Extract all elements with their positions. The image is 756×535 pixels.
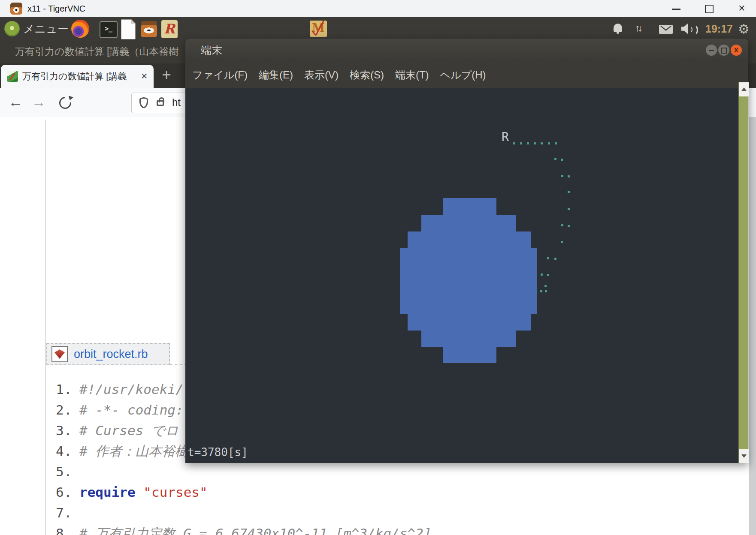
settings-gear-icon[interactable]: ⚙ <box>738 17 750 41</box>
menu-view[interactable]: 表示(V) <box>304 68 339 82</box>
vnc-maximize-button[interactable] <box>699 0 719 17</box>
code-text: # 作者：山本裕樹 <box>79 441 188 461</box>
mew-mail-icon[interactable]: M <box>310 21 327 37</box>
code-line: 7. <box>0 502 756 523</box>
terminal-menubar: ファイル(F) 編集(E) 表示(V) 検索(S) 端末(T) ヘルプ(H) <box>185 62 748 88</box>
vnc-minimize-button[interactable] <box>666 0 686 17</box>
tab-favicon-icon <box>7 71 18 82</box>
code-text: #!/usr/koeki/ <box>79 379 184 400</box>
trajectory-dot <box>568 208 570 210</box>
vnc-close-button[interactable]: × <box>732 0 752 17</box>
menu-terminal[interactable]: 端末(T) <box>395 68 429 82</box>
line-number: 3. <box>56 420 72 441</box>
line-number: 1. <box>56 379 72 400</box>
clock[interactable]: 19:17 <box>705 17 733 41</box>
trajectory-dot <box>568 225 570 227</box>
planet-row <box>400 248 537 314</box>
code-line: 8. # 万有引力定数 G = 6.67430x10^-11 [m^3/kg/s… <box>0 523 756 535</box>
tigervnc-tray-icon[interactable] <box>141 21 157 37</box>
trajectory-dot <box>548 142 550 144</box>
terminal-minimize-button[interactable] <box>706 45 717 56</box>
terminal-scrollbar[interactable] <box>738 82 748 463</box>
trajectory-dot <box>568 191 570 193</box>
simulation-time-status: t=3780[s] <box>187 446 248 459</box>
code-text: # -*- coding: <box>79 400 184 420</box>
code-block-border <box>170 364 187 365</box>
line-number: 8. <box>56 523 72 535</box>
trajectory-dot <box>555 142 557 144</box>
reload-button[interactable] <box>56 93 75 112</box>
scrollbar-down-arrow-icon[interactable] <box>739 449 749 463</box>
rocket-marker: R <box>502 130 509 144</box>
code-text: # Curses でロ <box>79 420 178 441</box>
menu-help[interactable]: ヘルプ(H) <box>440 68 486 82</box>
browser-tab[interactable]: 万有引力の数値計算 [講義 × <box>1 65 154 88</box>
applications-menu-icon[interactable] <box>4 21 20 36</box>
back-button[interactable]: ← <box>6 93 25 112</box>
code-line: 6. require "curses" <box>0 482 756 502</box>
string-curses: "curses" <box>143 484 207 500</box>
planet-row <box>421 215 516 231</box>
vnc-window-title: x11 - TigerVNC <box>27 0 85 17</box>
line-number: 4. <box>56 441 72 461</box>
terminal-launcher-icon[interactable]: >_ <box>100 21 118 38</box>
planet-row <box>443 198 496 215</box>
menu-search[interactable]: 検索(S) <box>350 68 384 82</box>
trajectory-dot <box>561 159 563 161</box>
line-number: 2. <box>56 400 72 420</box>
terminal-screen[interactable]: R t=3780[s] <box>185 88 748 463</box>
trajectory-dot <box>540 290 542 292</box>
planet-row <box>408 314 531 331</box>
firefox-window-title: 万有引力の数値計算 [講義（山本裕樹 <box>15 41 178 63</box>
tab-close-button[interactable]: × <box>136 65 153 88</box>
code-text: # 万有引力定数 G = 6.67430x10^-11 [m^3/kg/s^2] <box>79 523 432 535</box>
trajectory-dot <box>541 142 543 144</box>
trajectory-dot <box>554 158 556 160</box>
trajectory-dot <box>534 142 536 144</box>
new-tab-button[interactable]: + <box>157 66 176 85</box>
planet-row <box>408 231 531 248</box>
terminal-maximize-button[interactable] <box>718 45 729 56</box>
trajectory-dot <box>547 274 549 276</box>
url-text[interactable]: ht <box>172 93 181 113</box>
line-number: 6. <box>56 482 72 502</box>
notifications-bell-icon[interactable] <box>612 24 623 35</box>
trajectory-dot <box>541 274 543 276</box>
trajectory-dot <box>561 241 563 243</box>
lock-icon <box>157 100 164 106</box>
line-number: 5. <box>56 461 72 482</box>
mail-tray-icon[interactable] <box>659 25 673 34</box>
volume-icon[interactable] <box>681 23 697 34</box>
terminal-window: 端末 x ファイル(F) 編集(E) 表示(V) 検索(S) 端末(T) ヘルプ… <box>185 39 748 463</box>
trajectory-dot <box>545 290 547 292</box>
code-text: require "curses" <box>79 482 208 502</box>
terminal-title: 端末 <box>201 39 222 62</box>
r-launcher-icon[interactable]: R <box>161 20 178 38</box>
firefox-launcher-icon[interactable] <box>71 20 89 38</box>
desktop-panel: メニュー >_ R M ↑↓ 19:17 ⚙ <box>0 17 756 41</box>
planet-row <box>443 347 496 363</box>
trajectory-dot <box>561 175 563 177</box>
applications-menu-label[interactable]: メニュー <box>23 17 69 41</box>
code-file-link[interactable]: orbit_rocket.rb <box>74 344 148 364</box>
tigervnc-app-icon <box>10 3 22 15</box>
menu-file[interactable]: ファイル(F) <box>192 68 248 82</box>
trajectory-dot <box>544 285 547 287</box>
forward-button[interactable]: → <box>29 93 48 112</box>
trajectory-dot <box>547 257 549 259</box>
vnc-titlebar[interactable]: x11 - TigerVNC × <box>0 0 756 18</box>
terminal-close-button[interactable]: x <box>731 45 742 56</box>
tracking-shield-icon[interactable] <box>139 97 148 108</box>
document-launcher-icon[interactable] <box>121 19 136 39</box>
trajectory-dot <box>554 258 556 260</box>
keyword-require: require <box>79 484 136 500</box>
code-line: 5. <box>0 461 756 482</box>
terminal-titlebar[interactable]: 端末 x <box>185 39 748 62</box>
menu-edit[interactable]: 編集(E) <box>259 68 293 82</box>
code-file-tab[interactable]: orbit_rocket.rb <box>46 343 170 365</box>
trajectory-dot <box>527 142 529 144</box>
network-updown-icon[interactable]: ↑↓ <box>635 22 641 34</box>
scrollbar-up-arrow-icon[interactable] <box>739 82 749 96</box>
planet-row <box>421 331 516 347</box>
ruby-gem-icon <box>51 346 68 362</box>
